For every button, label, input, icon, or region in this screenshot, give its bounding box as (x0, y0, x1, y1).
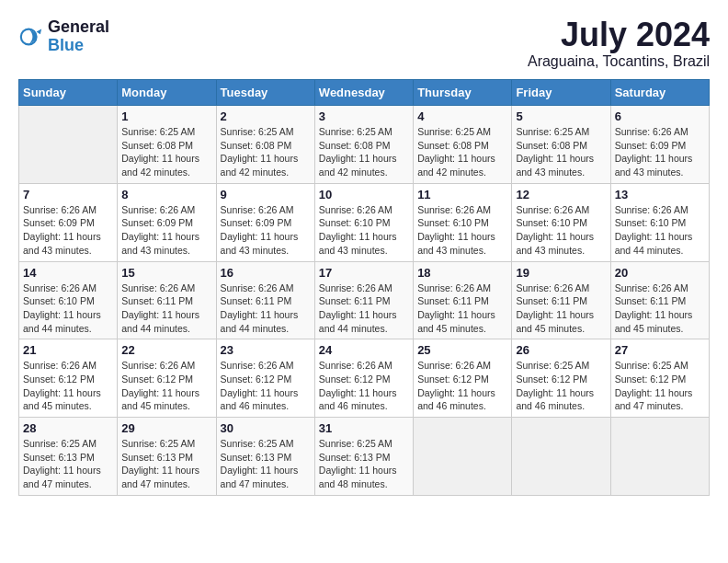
day-number: 19 (516, 266, 606, 280)
day-number: 4 (417, 109, 507, 123)
day-info: Sunrise: 6:25 AM Sunset: 6:13 PM Dayligh… (221, 437, 311, 491)
title-block: July 2024 Araguaina, Tocantins, Brazil (528, 18, 710, 70)
day-info: Sunrise: 6:25 AM Sunset: 6:08 PM Dayligh… (516, 125, 606, 179)
day-info: Sunrise: 6:26 AM Sunset: 6:12 PM Dayligh… (319, 359, 409, 413)
day-number: 15 (121, 266, 211, 280)
calendar-cell: 4Sunrise: 6:25 AM Sunset: 6:08 PM Daylig… (414, 106, 512, 184)
week-row-3: 14Sunrise: 6:26 AM Sunset: 6:10 PM Dayli… (19, 261, 710, 339)
calendar-cell: 25Sunrise: 6:26 AM Sunset: 6:12 PM Dayli… (414, 339, 512, 418)
week-row-2: 7Sunrise: 6:26 AM Sunset: 6:09 PM Daylig… (19, 183, 710, 261)
calendar-cell: 17Sunrise: 6:26 AM Sunset: 6:11 PM Dayli… (314, 261, 413, 339)
day-info: Sunrise: 6:25 AM Sunset: 6:13 PM Dayligh… (319, 437, 409, 491)
calendar-cell: 21Sunrise: 6:26 AM Sunset: 6:12 PM Dayli… (19, 339, 118, 418)
calendar-cell: 31Sunrise: 6:25 AM Sunset: 6:13 PM Dayli… (314, 418, 413, 496)
day-info: Sunrise: 6:26 AM Sunset: 6:10 PM Dayligh… (319, 203, 409, 258)
day-info: Sunrise: 6:26 AM Sunset: 6:12 PM Dayligh… (121, 359, 211, 413)
calendar-cell: 6Sunrise: 6:26 AM Sunset: 6:09 PM Daylig… (610, 106, 709, 184)
day-info: Sunrise: 6:26 AM Sunset: 6:09 PM Dayligh… (121, 203, 211, 258)
day-number: 11 (417, 188, 507, 201)
day-number: 17 (319, 266, 409, 280)
day-info: Sunrise: 6:25 AM Sunset: 6:08 PM Dayligh… (319, 125, 409, 179)
calendar-cell: 30Sunrise: 6:25 AM Sunset: 6:13 PM Dayli… (216, 418, 314, 496)
day-number: 25 (417, 343, 507, 357)
day-number: 10 (319, 188, 409, 201)
day-info: Sunrise: 6:25 AM Sunset: 6:13 PM Dayligh… (121, 437, 211, 491)
calendar-cell (512, 418, 610, 496)
day-number: 16 (221, 266, 311, 280)
day-info: Sunrise: 6:25 AM Sunset: 6:08 PM Dayligh… (417, 125, 507, 179)
logo: General Blue (18, 18, 109, 55)
header-cell-friday: Friday (512, 80, 610, 106)
calendar-cell: 3Sunrise: 6:25 AM Sunset: 6:08 PM Daylig… (314, 106, 413, 184)
calendar-header: SundayMondayTuesdayWednesdayThursdayFrid… (19, 80, 710, 106)
day-info: Sunrise: 6:25 AM Sunset: 6:12 PM Dayligh… (615, 359, 705, 413)
day-number: 26 (516, 343, 606, 357)
calendar-cell: 19Sunrise: 6:26 AM Sunset: 6:11 PM Dayli… (512, 261, 610, 339)
day-info: Sunrise: 6:25 AM Sunset: 6:13 PM Dayligh… (23, 437, 113, 491)
day-number: 1 (121, 109, 211, 123)
header-cell-tuesday: Tuesday (216, 80, 314, 106)
calendar-cell: 20Sunrise: 6:26 AM Sunset: 6:11 PM Dayli… (610, 261, 709, 339)
day-info: Sunrise: 6:26 AM Sunset: 6:09 PM Dayligh… (23, 203, 113, 258)
day-info: Sunrise: 6:26 AM Sunset: 6:11 PM Dayligh… (319, 282, 409, 336)
logo-icon (18, 24, 44, 50)
day-number: 7 (23, 188, 113, 201)
day-number: 12 (516, 188, 606, 201)
calendar-cell: 24Sunrise: 6:26 AM Sunset: 6:12 PM Dayli… (314, 339, 413, 418)
day-number: 31 (319, 421, 409, 435)
day-info: Sunrise: 6:25 AM Sunset: 6:08 PM Dayligh… (221, 125, 311, 179)
calendar-cell: 15Sunrise: 6:26 AM Sunset: 6:11 PM Dayli… (118, 261, 216, 339)
day-number: 14 (23, 266, 113, 280)
calendar-cell: 26Sunrise: 6:25 AM Sunset: 6:12 PM Dayli… (512, 339, 610, 418)
calendar-cell: 8Sunrise: 6:26 AM Sunset: 6:09 PM Daylig… (118, 183, 216, 261)
week-row-5: 28Sunrise: 6:25 AM Sunset: 6:13 PM Dayli… (19, 418, 710, 496)
day-number: 28 (23, 421, 113, 435)
day-info: Sunrise: 6:26 AM Sunset: 6:12 PM Dayligh… (417, 359, 507, 413)
day-number: 23 (221, 343, 311, 357)
day-number: 22 (121, 343, 211, 357)
header-cell-thursday: Thursday (414, 80, 512, 106)
calendar-cell: 23Sunrise: 6:26 AM Sunset: 6:12 PM Dayli… (216, 339, 314, 418)
calendar-cell: 9Sunrise: 6:26 AM Sunset: 6:09 PM Daylig… (216, 183, 314, 261)
header-cell-monday: Monday (118, 80, 216, 106)
calendar-cell: 14Sunrise: 6:26 AM Sunset: 6:10 PM Dayli… (19, 261, 118, 339)
calendar-body: 1Sunrise: 6:25 AM Sunset: 6:08 PM Daylig… (19, 106, 710, 496)
day-number: 3 (319, 109, 409, 123)
logo-text: General Blue (48, 18, 109, 55)
calendar-cell: 11Sunrise: 6:26 AM Sunset: 6:10 PM Dayli… (414, 183, 512, 261)
day-info: Sunrise: 6:25 AM Sunset: 6:12 PM Dayligh… (516, 359, 606, 413)
page-header: General Blue July 2024 Araguaina, Tocant… (18, 18, 710, 70)
calendar-cell: 7Sunrise: 6:26 AM Sunset: 6:09 PM Daylig… (19, 183, 118, 261)
day-info: Sunrise: 6:25 AM Sunset: 6:08 PM Dayligh… (121, 125, 211, 179)
calendar-cell: 10Sunrise: 6:26 AM Sunset: 6:10 PM Dayli… (314, 183, 413, 261)
day-number: 20 (615, 266, 705, 280)
calendar-cell (19, 106, 118, 184)
header-cell-saturday: Saturday (610, 80, 709, 106)
calendar-cell: 2Sunrise: 6:25 AM Sunset: 6:08 PM Daylig… (216, 106, 314, 184)
day-info: Sunrise: 6:26 AM Sunset: 6:12 PM Dayligh… (221, 359, 311, 413)
header-row: SundayMondayTuesdayWednesdayThursdayFrid… (19, 80, 710, 106)
calendar-cell: 1Sunrise: 6:25 AM Sunset: 6:08 PM Daylig… (118, 106, 216, 184)
calendar-cell: 29Sunrise: 6:25 AM Sunset: 6:13 PM Dayli… (118, 418, 216, 496)
calendar-cell: 27Sunrise: 6:25 AM Sunset: 6:12 PM Dayli… (610, 339, 709, 418)
day-info: Sunrise: 6:26 AM Sunset: 6:11 PM Dayligh… (221, 282, 311, 336)
calendar-cell: 16Sunrise: 6:26 AM Sunset: 6:11 PM Dayli… (216, 261, 314, 339)
calendar-cell: 18Sunrise: 6:26 AM Sunset: 6:11 PM Dayli… (414, 261, 512, 339)
month-title: July 2024 (528, 18, 710, 52)
day-info: Sunrise: 6:26 AM Sunset: 6:10 PM Dayligh… (23, 282, 113, 336)
day-info: Sunrise: 6:26 AM Sunset: 6:11 PM Dayligh… (417, 282, 507, 336)
calendar-cell (610, 418, 709, 496)
calendar-cell: 13Sunrise: 6:26 AM Sunset: 6:10 PM Dayli… (610, 183, 709, 261)
header-cell-wednesday: Wednesday (314, 80, 413, 106)
day-number: 18 (417, 266, 507, 280)
week-row-1: 1Sunrise: 6:25 AM Sunset: 6:08 PM Daylig… (19, 106, 710, 184)
day-info: Sunrise: 6:26 AM Sunset: 6:09 PM Dayligh… (221, 203, 311, 258)
day-number: 5 (516, 109, 606, 123)
day-info: Sunrise: 6:26 AM Sunset: 6:10 PM Dayligh… (417, 203, 507, 258)
day-info: Sunrise: 6:26 AM Sunset: 6:10 PM Dayligh… (615, 203, 705, 258)
header-cell-sunday: Sunday (19, 80, 118, 106)
day-info: Sunrise: 6:26 AM Sunset: 6:11 PM Dayligh… (121, 282, 211, 336)
calendar-cell: 28Sunrise: 6:25 AM Sunset: 6:13 PM Dayli… (19, 418, 118, 496)
calendar-table: SundayMondayTuesdayWednesdayThursdayFrid… (18, 79, 710, 496)
day-info: Sunrise: 6:26 AM Sunset: 6:11 PM Dayligh… (615, 282, 705, 336)
